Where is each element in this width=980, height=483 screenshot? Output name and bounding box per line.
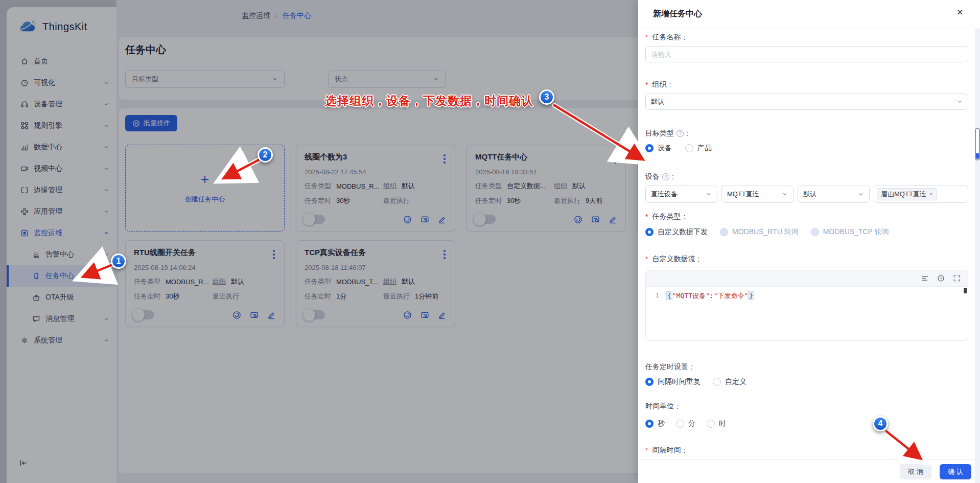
time-unit-radio-group: 秒 分 时 (645, 419, 726, 428)
schedule-label: 任务定时设置: (645, 362, 693, 372)
time-unit-label: 时间单位: (645, 402, 679, 411)
device-org-value: 默认 (803, 190, 816, 199)
radio-selected-icon (645, 378, 654, 386)
radio-selected-icon (645, 144, 654, 152)
radio-selected-icon (645, 228, 654, 236)
device-org-select[interactable]: 默认 (798, 186, 870, 203)
radio-disabled-icon (720, 228, 728, 236)
question-circle-icon: ? (676, 130, 684, 137)
radio-modbus-rtu[interactable]: MODBUS_RTU 轮询 (720, 227, 799, 237)
close-icon[interactable]: ✕ (956, 7, 964, 18)
drawer-scrollbar-track[interactable] (975, 29, 980, 483)
editor-toolbar (646, 270, 968, 287)
device-product-value: MQTT直连 (727, 190, 759, 199)
cancel-button[interactable]: 取 消 (900, 464, 931, 479)
task-type-form-label: 任务类型: (645, 212, 685, 221)
org-select[interactable]: 默认 (645, 94, 968, 110)
step-3-badge: 3 (539, 89, 554, 105)
fullscreen-icon[interactable] (953, 274, 961, 282)
radio-icon (707, 420, 715, 428)
step-4-badge: 4 (873, 416, 888, 431)
task-type-radio-group: 自定义数据下发 MODBUS_RTU 轮询 MODBUS_TCP 轮询 (645, 227, 889, 237)
json-code-editor[interactable]: 1 {"MQTT设备":"下发命令"} (645, 270, 968, 341)
page: ThingsKit 首页 可视化 设备管理 (0, 0, 980, 483)
code-content: {"MQTT设备":"下发命令"} (666, 291, 754, 301)
task-name-label: 任务名称: (645, 33, 685, 42)
chevron-down-icon (956, 99, 963, 105)
radio-icon (685, 144, 693, 152)
add-task-drawer: 新增任务中心 ✕ 任务名称: 组织: 默认 目标类型?: 设备 产品 设备?: … (638, 0, 980, 483)
drawer-title: 新增任务中心 (653, 9, 702, 19)
chevron-down-icon (706, 191, 712, 197)
radio-device[interactable]: 设备 (645, 144, 672, 153)
radio-second[interactable]: 秒 (645, 419, 665, 428)
drawer-header: 新增任务中心 ✕ (638, 0, 980, 28)
device-multiselect[interactable]: 眉山MQTT直连 × (874, 186, 968, 203)
drawer-scrollbar-thumb[interactable] (975, 128, 980, 160)
device-label: 设备?: (645, 172, 674, 181)
selected-device-tag: 眉山MQTT直连 × (877, 188, 937, 200)
chevron-down-icon (782, 191, 788, 197)
confirm-button[interactable]: 确 认 (940, 464, 971, 479)
step-2-badge: 2 (258, 147, 273, 163)
target-type-radio-group: 设备 产品 (645, 144, 712, 153)
custom-stream-label: 自定义数据流: (645, 255, 699, 264)
radio-minute[interactable]: 分 (676, 419, 695, 428)
radio-custom-data[interactable]: 自定义数据下发 (645, 227, 708, 237)
line-number: 1 (646, 291, 666, 301)
editor-scrollbar[interactable] (964, 288, 967, 293)
chevron-down-icon (858, 191, 864, 197)
org-select-label: 组织: (645, 80, 671, 89)
schedule-radio-group: 间隔时间重复 自定义 (645, 377, 746, 386)
target-type-label: 目标类型?: (645, 129, 688, 138)
format-code-icon[interactable] (921, 274, 929, 282)
radio-icon (713, 378, 721, 386)
interval-label: 间隔时间: (645, 446, 685, 455)
tag-close-icon[interactable]: × (929, 191, 933, 198)
radio-product[interactable]: 产品 (685, 144, 712, 153)
radio-icon (676, 420, 684, 428)
radio-selected-icon (645, 420, 654, 428)
annotation-tip-text: 选择组织，设备，下发数据，时间确认 (325, 93, 533, 109)
org-select-value: 默认 (651, 97, 664, 106)
history-icon[interactable] (937, 274, 945, 282)
radio-hour[interactable]: 时 (707, 419, 726, 428)
radio-interval-repeat[interactable]: 间隔时间重复 (645, 377, 701, 386)
radio-custom-schedule[interactable]: 自定义 (713, 377, 746, 386)
radio-modbus-tcp[interactable]: MODBUS_TCP 轮询 (811, 227, 889, 237)
device-kind-value: 直连设备 (651, 190, 678, 199)
radio-disabled-icon (811, 228, 819, 236)
editor-body[interactable]: 1 {"MQTT设备":"下发命令"} (646, 287, 968, 341)
device-kind-select[interactable]: 直连设备 (645, 186, 717, 203)
device-product-select[interactable]: MQTT直连 (721, 186, 794, 203)
question-circle-icon: ? (662, 173, 669, 180)
step-1-badge: 1 (111, 254, 126, 269)
task-name-input[interactable] (645, 46, 968, 62)
drawer-footer: 取 消 确 认 (638, 459, 980, 483)
code-line: 1 {"MQTT设备":"下发命令"} (646, 287, 968, 301)
